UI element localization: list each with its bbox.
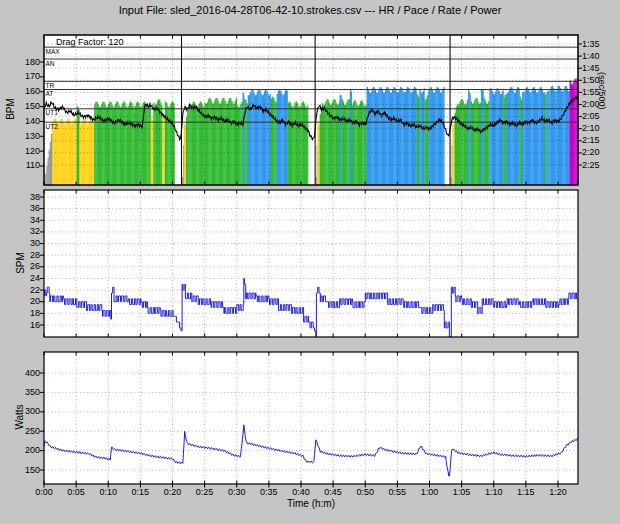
time-tick: 1:00 — [416, 488, 444, 497]
bpm-tick: 150 — [14, 102, 40, 111]
zone-label-at: AT — [46, 91, 54, 98]
spm-tick: 36 — [22, 204, 40, 213]
hr-pace-rate-power-chart — [0, 0, 620, 524]
pace-tick: 2:00 — [582, 100, 600, 109]
pace-tick: 2:15 — [582, 136, 600, 145]
watts-tick: 250 — [14, 427, 40, 436]
watts-tick: 200 — [14, 446, 40, 455]
time-tick: 0:40 — [287, 488, 315, 497]
pace-tick: 2:05 — [582, 112, 600, 121]
pace-tick: 2:20 — [582, 148, 600, 157]
bpm-tick: 180 — [14, 58, 40, 67]
spm-tick: 24 — [22, 274, 40, 283]
time-tick: 0:10 — [94, 488, 122, 497]
zone-label-max: MAX — [46, 49, 60, 56]
time-tick: 0:20 — [159, 488, 187, 497]
plot-page: Input File: sled_2016-04-28T06-42-10.str… — [0, 0, 620, 524]
bpm-tick: 130 — [14, 132, 40, 141]
zone-label-ut2: UT2 — [46, 124, 58, 131]
zone-label-ut1: UT1 — [46, 110, 58, 117]
watts-tick: 400 — [14, 369, 40, 378]
pace-tick: 2:25 — [582, 161, 600, 170]
spm-tick: 22 — [22, 286, 40, 295]
drag-factor-label: Drag Factor: 120 — [56, 38, 124, 47]
bpm-tick: 110 — [14, 161, 40, 170]
time-tick: 0:35 — [255, 488, 283, 497]
time-tick: 1:05 — [448, 488, 476, 497]
time-tick: 0:55 — [383, 488, 411, 497]
time-axis-label: Time (h:m) — [211, 499, 411, 509]
bpm-tick: 160 — [14, 87, 40, 96]
spm-tick: 32 — [22, 227, 40, 236]
time-tick: 0:15 — [126, 488, 154, 497]
zone-label-an: AN — [46, 61, 55, 68]
chart-title: Input File: sled_2016-04-28T06-42-10.str… — [0, 5, 620, 16]
zone-label-tr: TR — [46, 83, 55, 90]
time-tick: 1:10 — [480, 488, 508, 497]
time-tick: 0:25 — [191, 488, 219, 497]
watts-tick: 350 — [14, 388, 40, 397]
spm-tick: 34 — [22, 216, 40, 225]
watts-tick: 300 — [14, 407, 40, 416]
pace-tick: 1:55 — [582, 88, 600, 97]
time-tick: 0:45 — [319, 488, 347, 497]
bpm-tick: 140 — [14, 117, 40, 126]
time-tick: 0:50 — [351, 488, 379, 497]
pace-tick: 1:40 — [582, 52, 600, 61]
time-tick: 0:30 — [223, 488, 251, 497]
time-tick: 0:00 — [30, 488, 58, 497]
spm-tick: 26 — [22, 262, 40, 271]
spm-tick: 28 — [22, 251, 40, 260]
pace-tick: 1:50 — [582, 76, 600, 85]
pace-tick: 2:10 — [582, 124, 600, 133]
bpm-tick: 170 — [14, 72, 40, 81]
time-tick: 0:05 — [62, 488, 90, 497]
bpm-tick: 120 — [14, 147, 40, 156]
spm-tick: 30 — [22, 239, 40, 248]
spm-tick: 38 — [22, 193, 40, 202]
pace-tick: 1:45 — [582, 64, 600, 73]
spm-tick: 18 — [22, 309, 40, 318]
watts-tick: 150 — [14, 466, 40, 475]
pace-tick: 1:35 — [582, 40, 600, 49]
time-tick: 1:15 — [512, 488, 540, 497]
spm-tick: 20 — [22, 297, 40, 306]
time-tick: 1:20 — [544, 488, 572, 497]
spm-tick: 16 — [22, 321, 40, 330]
